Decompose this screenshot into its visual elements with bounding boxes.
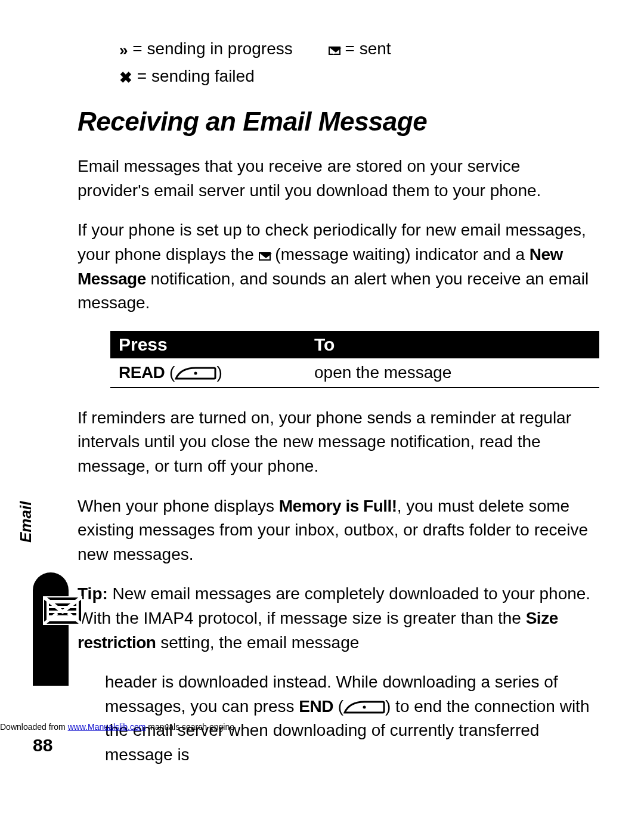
table-header-to: To	[306, 331, 599, 358]
softkey-icon	[343, 699, 385, 715]
status-legend: » = sending in progress = sent ✖ = sendi…	[119, 36, 596, 90]
end-key-label: END	[299, 697, 333, 716]
paragraph-reminders: If reminders are turned on, your phone s…	[78, 406, 596, 479]
page-number: 88	[33, 735, 52, 755]
legend-sent: = sent	[345, 39, 391, 58]
read-action: open the message	[306, 358, 599, 388]
legend-sending: = sending in progress	[132, 39, 293, 58]
svg-point-0	[194, 372, 197, 375]
sending-progress-icon: »	[119, 38, 128, 63]
memory-full-label: Memory is Full!	[279, 497, 397, 515]
paragraph-intro: Email messages that you receive are stor…	[78, 154, 596, 203]
message-waiting-icon	[259, 252, 271, 261]
sent-icon	[329, 47, 340, 55]
legend-failed: = sending failed	[137, 67, 255, 85]
paragraph-indicator: If your phone is set up to check periodi…	[78, 218, 596, 315]
section-heading: Receiving an Email Message	[78, 107, 596, 137]
manual-page: » = sending in progress = sent ✖ = sendi…	[0, 0, 644, 767]
section-tab-label: Email	[17, 501, 35, 543]
manualslib-link[interactable]: www.Manualslib.com	[68, 722, 146, 732]
table-header-press: Press	[110, 331, 306, 358]
sending-failed-icon: ✖	[119, 66, 132, 91]
envelope-icon	[39, 587, 86, 633]
svg-point-1	[363, 706, 366, 709]
download-footer: Downloaded from www.Manualslib.com manua…	[0, 722, 234, 732]
read-key-label: READ	[119, 363, 165, 382]
press-to-table: Press To READ () open the message	[110, 331, 599, 388]
table-row: READ () open the message	[110, 358, 599, 388]
softkey-icon	[175, 366, 216, 381]
paragraph-tip-cont: header is downloaded instead. While down…	[105, 670, 596, 767]
paragraph-tip-start: Tip: New email messages are completely d…	[78, 582, 596, 655]
paragraph-memory-full: When your phone displays Memory is Full!…	[78, 494, 596, 567]
